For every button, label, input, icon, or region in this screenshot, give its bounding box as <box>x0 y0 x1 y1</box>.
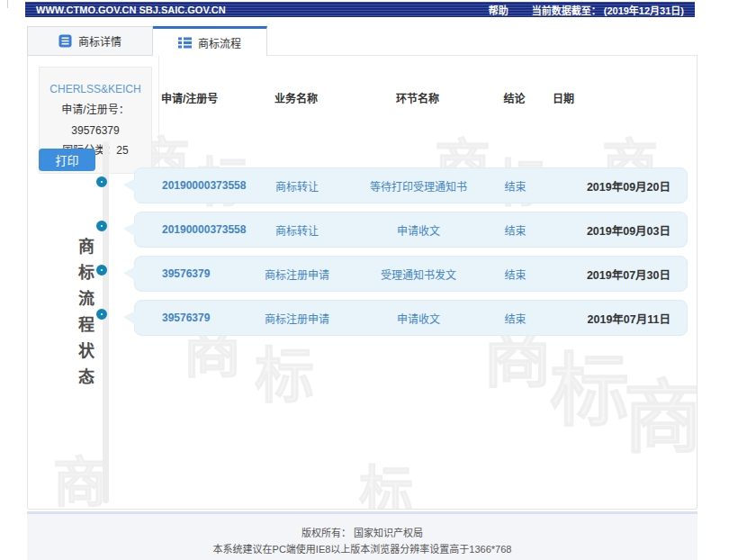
document-icon <box>58 34 72 48</box>
header-conclusion: 结论 <box>490 90 539 105</box>
header-date: 日期 <box>539 90 671 105</box>
bubble-tail <box>123 311 136 325</box>
bubble-tail <box>123 178 136 193</box>
row-business-name: 商标转让 <box>248 178 346 194</box>
browser-recommendation-text: 本系统建议在PC端使用IE8以上版本浏览器分辨率设置高于1366*768 <box>27 542 698 558</box>
watermark-glyph: 标 <box>255 346 314 405</box>
watermark-glyph: 商 <box>53 456 107 510</box>
tab-bar: 商标详情 商标流程 <box>27 26 267 56</box>
header-business-name: 业务名称 <box>247 90 346 105</box>
tab-details-label: 商标详情 <box>78 33 122 49</box>
process-rows: 20190000373558 商标转让 等待打印受理通知书 结束 2019年09… <box>134 167 688 344</box>
row-date: 2019年07月11日 <box>540 310 670 327</box>
watermark-glyph: 商 <box>624 378 698 457</box>
process-row: 39576379 商标注册申请 申请收文 结束 2019年07月11日 <box>134 300 688 336</box>
page-footer: 版权所有： 国家知识产权局 本系统建议在PC端使用IE8以上版本浏览器分辨率设置… <box>27 511 698 560</box>
row-conclusion: 结束 <box>490 178 540 194</box>
row-date: 2019年07月30日 <box>540 266 670 283</box>
row-conclusion: 结束 <box>490 266 540 282</box>
process-row: 39576379 商标注册申请 受理通知书发文 结束 2019年07月30日 <box>134 256 688 292</box>
row-reg-no-link[interactable]: 39576379 <box>162 312 248 324</box>
row-date: 2019年09月03日 <box>540 221 670 239</box>
timeline-node-icon <box>96 265 107 275</box>
row-step-name: 等待打印受理通知书 <box>346 178 490 194</box>
row-business-name: 商标注册申请 <box>248 266 346 282</box>
row-business-name: 商标注册申请 <box>248 311 346 326</box>
process-row: 20190000373558 商标转让 申请收文 结束 2019年09月03日 <box>134 212 688 248</box>
row-reg-no-link[interactable]: 20190000373558 <box>162 179 248 192</box>
process-status-vertical-title: 商标流程状态 <box>73 238 96 394</box>
row-step-name: 申请收文 <box>346 222 490 238</box>
row-reg-no-link[interactable]: 39576379 <box>162 267 248 280</box>
row-conclusion: 结束 <box>490 311 540 326</box>
row-conclusion: 结束 <box>490 222 540 238</box>
header-reg-no: 申请/注册号 <box>161 90 247 105</box>
tab-trademark-process[interactable]: 商标流程 <box>153 26 267 56</box>
row-step-name: 申请收文 <box>346 311 490 326</box>
panel-divider <box>158 56 159 173</box>
row-reg-no-link[interactable]: 20190000373558 <box>162 223 248 236</box>
site-title: WWW.CTMO.GOV.CN SBJ.SAIC.GOV.CN <box>36 5 226 15</box>
top-bar: WWW.CTMO.GOV.CN SBJ.SAIC.GOV.CN 帮助 当前数据截… <box>25 2 695 17</box>
watermark-glyph: 标 <box>359 465 413 510</box>
row-step-name: 受理通知书发文 <box>346 266 490 282</box>
list-icon <box>178 36 192 50</box>
row-business-name: 商标转让 <box>248 222 346 238</box>
timeline-node-icon <box>96 309 107 320</box>
data-cutoff-label: 当前数据截至： (2019年12月31日) <box>532 3 684 17</box>
bubble-tail <box>123 266 136 281</box>
timeline-line <box>103 141 109 503</box>
help-link[interactable]: 帮助 <box>489 3 508 17</box>
tab-process-label: 商标流程 <box>198 35 241 50</box>
page: WWW.CTMO.GOV.CN SBJ.SAIC.GOV.CN 帮助 当前数据截… <box>0 0 756 560</box>
content-panel: 商标商标商商标商标商商标 CHERLSS&KEICH 申请/注册号：395763… <box>27 55 698 510</box>
timeline-node-icon <box>96 221 107 231</box>
print-button[interactable]: 打印 <box>39 149 95 171</box>
process-row: 20190000373558 商标转让 等待打印受理通知书 结束 2019年09… <box>134 167 688 203</box>
copyright-text: 版权所有： 国家知识产权局 <box>27 526 698 542</box>
bubble-tail <box>123 222 136 237</box>
table-header-row: 申请/注册号 业务名称 环节名称 结论 日期 <box>134 88 688 106</box>
row-date: 2019年09月20日 <box>540 177 670 194</box>
timeline-node-icon <box>96 176 107 187</box>
window-edge-artifact <box>7 0 8 8</box>
tab-trademark-details[interactable]: 商标详情 <box>27 26 153 56</box>
registration-number: 申请/注册号：39576379 <box>42 100 148 141</box>
header-step-name: 环节名称 <box>346 90 490 105</box>
trademark-name: CHERLSS&KEICH <box>42 79 148 100</box>
watermark-glyph: 标 <box>550 351 629 430</box>
